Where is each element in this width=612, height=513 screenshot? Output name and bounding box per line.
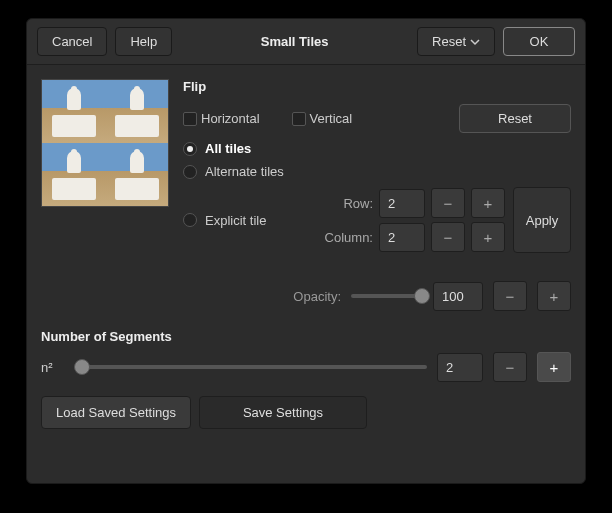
- flip-panel: Flip Horizontal Vertical Reset: [183, 79, 571, 311]
- column-minus-button[interactable]: −: [431, 222, 465, 252]
- vertical-checkbox[interactable]: [292, 112, 306, 126]
- column-input[interactable]: [379, 223, 425, 252]
- column-label: Column:: [325, 230, 373, 245]
- row-plus-button[interactable]: +: [471, 188, 505, 218]
- help-button[interactable]: Help: [115, 27, 172, 56]
- all-tiles-radio[interactable]: [183, 142, 197, 156]
- segments-input[interactable]: [437, 353, 483, 382]
- all-tiles-radio-row[interactable]: All tiles: [183, 141, 571, 156]
- horizontal-checkbox-row[interactable]: Horizontal: [183, 111, 260, 126]
- alternate-tiles-radio[interactable]: [183, 165, 197, 179]
- opacity-slider-thumb[interactable]: [414, 288, 430, 304]
- segments-n2-label: n²: [41, 360, 65, 375]
- opacity-plus-button[interactable]: +: [537, 281, 571, 311]
- chevron-down-icon: [470, 37, 480, 47]
- cancel-button[interactable]: Cancel: [37, 27, 107, 56]
- row-minus-button[interactable]: −: [431, 188, 465, 218]
- horizontal-checkbox[interactable]: [183, 112, 197, 126]
- dialog: Cancel Help Small Tiles Reset OK Flip Ho…: [26, 18, 586, 484]
- alternate-tiles-label: Alternate tiles: [205, 164, 284, 179]
- load-settings-button[interactable]: Load Saved Settings: [41, 396, 191, 429]
- column-plus-button[interactable]: +: [471, 222, 505, 252]
- segments-plus-button[interactable]: +: [537, 352, 571, 382]
- flip-reset-button[interactable]: Reset: [459, 104, 571, 133]
- row-label: Row:: [325, 196, 373, 211]
- alternate-tiles-radio-row[interactable]: Alternate tiles: [183, 164, 571, 179]
- vertical-checkbox-row[interactable]: Vertical: [292, 111, 353, 126]
- apply-button[interactable]: Apply: [513, 187, 571, 253]
- explicit-tile-label: Explicit tile: [205, 213, 266, 228]
- segments-minus-button[interactable]: −: [493, 352, 527, 382]
- reset-menu-button[interactable]: Reset: [417, 27, 495, 56]
- row-column-grid: Row: − + Column: − +: [325, 188, 505, 252]
- horizontal-label: Horizontal: [201, 111, 260, 126]
- reset-menu-label: Reset: [432, 34, 466, 49]
- opacity-label: Opacity:: [183, 289, 341, 304]
- all-tiles-label: All tiles: [205, 141, 251, 156]
- segments-slider[interactable]: [75, 365, 427, 369]
- titlebar: Cancel Help Small Tiles Reset OK: [27, 19, 585, 65]
- dialog-title: Small Tiles: [180, 34, 409, 49]
- vertical-label: Vertical: [310, 111, 353, 126]
- segments-heading: Number of Segments: [41, 329, 571, 344]
- row-input[interactable]: [379, 189, 425, 218]
- save-settings-button[interactable]: Save Settings: [199, 396, 367, 429]
- preview-thumbnail: [41, 79, 169, 207]
- segments-slider-thumb[interactable]: [74, 359, 90, 375]
- explicit-tile-radio-row[interactable]: Explicit tile: [183, 213, 266, 228]
- ok-button[interactable]: OK: [503, 27, 575, 56]
- flip-heading: Flip: [183, 79, 571, 94]
- explicit-tile-radio[interactable]: [183, 213, 197, 227]
- opacity-minus-button[interactable]: −: [493, 281, 527, 311]
- content-area: Flip Horizontal Vertical Reset: [27, 65, 585, 439]
- opacity-input[interactable]: [433, 282, 483, 311]
- opacity-slider[interactable]: [351, 294, 423, 298]
